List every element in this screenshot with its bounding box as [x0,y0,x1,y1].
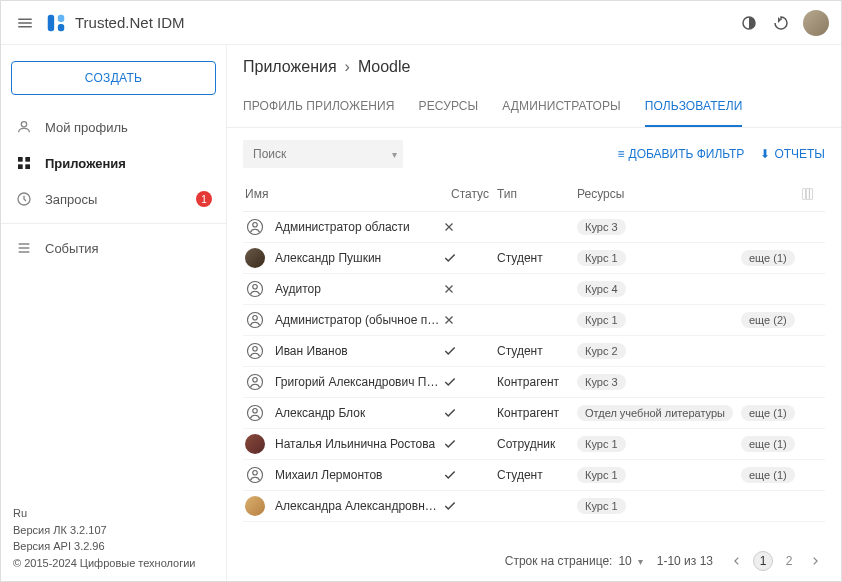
resource-chip[interactable]: Курс 1 [577,436,626,452]
next-page-button[interactable] [805,551,825,571]
sidebar-item-label: Запросы [45,192,97,207]
apps-icon [15,154,33,172]
theme-icon[interactable] [735,9,763,37]
filter-icon: ≡ [617,147,624,161]
prev-page-button[interactable] [727,551,747,571]
resource-chip[interactable]: Курс 1 [577,467,626,483]
table-row[interactable]: Аудитор Курс 4 [243,274,825,305]
resource-chip[interactable]: Курс 1 [577,498,626,514]
svg-point-14 [253,223,258,228]
sidebar-item-requests[interactable]: Запросы 1 [1,181,226,217]
rows-per-page-label: Строк на странице: [505,554,613,568]
row-avatar [245,279,265,299]
tab-admins[interactable]: АДМИНИСТРАТОРЫ [502,89,620,127]
user-icon [15,118,33,136]
svg-point-4 [21,122,26,127]
list-icon [15,239,33,257]
svg-rect-7 [18,164,23,169]
table-row[interactable]: Григорий Александрович Печорин Контраген… [243,367,825,398]
svg-rect-11 [806,188,809,199]
sidebar-item-profile[interactable]: Мой профиль [1,109,226,145]
add-filter-button[interactable]: ≡ ДОБАВИТЬ ФИЛЬТР [617,147,744,161]
tab-users[interactable]: ПОЛЬЗОВАТЕЛИ [645,89,743,127]
svg-rect-10 [803,188,806,199]
table-row[interactable]: Александр Блок Контрагент Отдел учебной … [243,398,825,429]
rows-per-page-value[interactable]: 10 [618,554,631,568]
footer-copyright: © 2015-2024 Цифровые технологии [13,555,214,572]
footer-version-api: Версия API 3.2.96 [13,538,214,555]
sidebar-item-label: Приложения [45,156,126,171]
resource-chip[interactable]: Курс 3 [577,374,626,390]
col-header-type[interactable]: Тип [497,187,577,201]
app-logo [45,12,67,34]
row-status [443,468,497,482]
row-avatar [245,217,265,237]
sidebar-item-events[interactable]: События [1,230,226,266]
row-avatar [245,372,265,392]
tab-resources[interactable]: РЕСУРСЫ [419,89,479,127]
menu-icon[interactable] [13,11,37,35]
row-name: Григорий Александрович Печорин [275,375,443,389]
col-header-resources[interactable]: Ресурсы [577,187,741,201]
table-row[interactable]: Александра Александровна Алекс... Курс 1 [243,491,825,522]
table-row[interactable]: Администратор области Курс 3 [243,212,825,243]
download-icon: ⬇ [760,147,770,161]
history-icon [15,190,33,208]
row-type: Сотрудник [497,437,577,451]
row-status [443,437,497,451]
row-status [443,221,497,233]
tab-app-profile[interactable]: ПРОФИЛЬ ПРИЛОЖЕНИЯ [243,89,395,127]
table-row[interactable]: Александр Пушкин Студент Курс 1 еще (1) [243,243,825,274]
row-avatar [245,496,265,516]
row-name: Аудитор [275,282,321,296]
more-chip[interactable]: еще (1) [741,436,795,452]
resource-chip[interactable]: Курс 1 [577,250,626,266]
page-1[interactable]: 1 [753,551,773,571]
resource-chip[interactable]: Отдел учебной литературы [577,405,733,421]
row-avatar [245,403,265,423]
resource-chip[interactable]: Курс 4 [577,281,626,297]
chevron-down-icon[interactable]: ▾ [392,149,397,160]
resource-chip[interactable]: Курс 3 [577,219,626,235]
row-name: Наталья Ильинична Ростова [275,437,435,451]
table-row[interactable]: Наталья Ильинична Ростова Сотрудник Курс… [243,429,825,460]
columns-settings-icon[interactable] [801,187,825,201]
user-avatar[interactable] [803,10,829,36]
reports-button[interactable]: ⬇ ОТЧЕТЫ [760,147,825,161]
more-chip[interactable]: еще (2) [741,312,795,328]
more-chip[interactable]: еще (1) [741,250,795,266]
sidebar-item-apps[interactable]: Приложения [1,145,226,181]
table-row[interactable]: Иван Иванов Студент Курс 2 [243,336,825,367]
svg-point-26 [253,471,258,476]
page-2[interactable]: 2 [779,551,799,571]
breadcrumb-root[interactable]: Приложения [243,58,337,76]
chevron-down-icon[interactable]: ▾ [638,556,643,567]
svg-rect-2 [58,23,64,30]
footer-lang[interactable]: Ru [13,505,214,522]
footer-version-lk: Версия ЛК 3.2.107 [13,522,214,539]
table-row[interactable]: Администратор (обычное приложе... Курс 1… [243,305,825,336]
resource-chip[interactable]: Курс 1 [577,312,626,328]
col-header-name[interactable]: Имя [243,187,443,201]
svg-rect-6 [25,157,30,162]
more-chip[interactable]: еще (1) [741,467,795,483]
search-input[interactable] [243,140,403,168]
page-range: 1-10 из 13 [657,554,713,568]
col-header-status[interactable]: Статус [443,187,497,201]
breadcrumb-current: Moodle [358,58,410,76]
row-type: Студент [497,344,577,358]
row-type: Студент [497,251,577,265]
table-row[interactable]: Михаил Лермонтов Студент Курс 1 еще (1) [243,460,825,491]
row-type: Студент [497,468,577,482]
resource-chip[interactable]: Курс 2 [577,343,626,359]
refresh-icon[interactable] [767,9,795,37]
row-status [443,283,497,295]
svg-rect-1 [58,14,64,21]
row-status [443,344,497,358]
row-name: Александра Александровна Алекс... [275,499,443,513]
row-name: Александр Блок [275,406,365,420]
create-button[interactable]: СОЗДАТЬ [11,61,216,95]
svg-rect-12 [810,188,813,199]
row-avatar [245,310,265,330]
more-chip[interactable]: еще (1) [741,405,795,421]
